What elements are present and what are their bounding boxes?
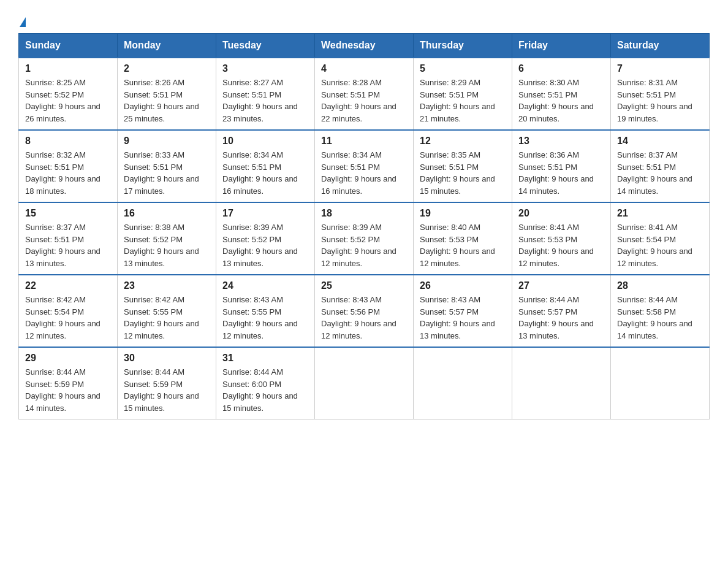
- day-info: Sunrise: 8:44 AMSunset: 5:59 PMDaylight:…: [25, 366, 111, 414]
- calendar-cell: [315, 347, 414, 419]
- day-number: 11: [321, 136, 407, 147]
- day-header-thursday: Thursday: [414, 34, 512, 58]
- calendar-cell: 30Sunrise: 8:44 AMSunset: 5:59 PMDayligh…: [118, 347, 216, 419]
- day-info: Sunrise: 8:43 AMSunset: 5:55 PMDaylight:…: [222, 294, 308, 342]
- day-info: Sunrise: 8:28 AMSunset: 5:51 PMDaylight:…: [321, 77, 407, 124]
- calendar-cell: [414, 347, 512, 419]
- day-info: Sunrise: 8:39 AMSunset: 5:52 PMDaylight:…: [222, 221, 308, 269]
- day-number: 24: [222, 280, 308, 291]
- day-number: 17: [222, 208, 308, 219]
- day-number: 4: [321, 63, 407, 74]
- calendar-cell: 13Sunrise: 8:36 AMSunset: 5:51 PMDayligh…: [512, 130, 611, 202]
- day-info: Sunrise: 8:42 AMSunset: 5:55 PMDaylight:…: [124, 294, 210, 342]
- day-info: Sunrise: 8:43 AMSunset: 5:56 PMDaylight:…: [321, 294, 407, 342]
- day-header-monday: Monday: [118, 34, 216, 58]
- day-number: 7: [617, 63, 703, 74]
- calendar-week-5: 29Sunrise: 8:44 AMSunset: 5:59 PMDayligh…: [19, 347, 710, 419]
- day-number: 16: [124, 208, 210, 219]
- day-header-tuesday: Tuesday: [216, 34, 315, 58]
- calendar-cell: 17Sunrise: 8:39 AMSunset: 5:52 PMDayligh…: [216, 202, 315, 275]
- day-number: 26: [420, 280, 506, 291]
- calendar-body: 1Sunrise: 8:25 AMSunset: 5:52 PMDaylight…: [19, 58, 710, 419]
- day-number: 15: [25, 208, 111, 219]
- day-info: Sunrise: 8:39 AMSunset: 5:52 PMDaylight:…: [321, 221, 407, 269]
- calendar-cell: 9Sunrise: 8:33 AMSunset: 5:51 PMDaylight…: [118, 130, 216, 202]
- day-number: 27: [518, 280, 604, 291]
- day-info: Sunrise: 8:43 AMSunset: 5:57 PMDaylight:…: [420, 294, 506, 342]
- day-number: 5: [420, 63, 506, 74]
- day-number: 10: [222, 136, 308, 147]
- day-info: Sunrise: 8:33 AMSunset: 5:51 PMDaylight:…: [124, 149, 210, 197]
- calendar-cell: 8Sunrise: 8:32 AMSunset: 5:51 PMDaylight…: [19, 130, 118, 202]
- calendar-cell: [512, 347, 611, 419]
- calendar-cell: 25Sunrise: 8:43 AMSunset: 5:56 PMDayligh…: [315, 275, 414, 347]
- calendar-week-2: 8Sunrise: 8:32 AMSunset: 5:51 PMDaylight…: [19, 130, 710, 202]
- day-info: Sunrise: 8:44 AMSunset: 5:58 PMDaylight:…: [617, 294, 703, 342]
- calendar-cell: 18Sunrise: 8:39 AMSunset: 5:52 PMDayligh…: [315, 202, 414, 275]
- day-info: Sunrise: 8:41 AMSunset: 5:53 PMDaylight:…: [518, 221, 604, 269]
- calendar-cell: 4Sunrise: 8:28 AMSunset: 5:51 PMDaylight…: [315, 58, 414, 130]
- calendar-cell: 27Sunrise: 8:44 AMSunset: 5:57 PMDayligh…: [512, 275, 611, 347]
- calendar-cell: 11Sunrise: 8:34 AMSunset: 5:51 PMDayligh…: [315, 130, 414, 202]
- day-info: Sunrise: 8:35 AMSunset: 5:51 PMDaylight:…: [420, 149, 506, 197]
- day-number: 13: [518, 136, 604, 147]
- calendar-cell: 5Sunrise: 8:29 AMSunset: 5:51 PMDaylight…: [414, 58, 512, 130]
- days-of-week-row: SundayMondayTuesdayWednesdayThursdayFrid…: [19, 34, 710, 58]
- day-info: Sunrise: 8:27 AMSunset: 5:51 PMDaylight:…: [222, 77, 308, 124]
- calendar-cell: 3Sunrise: 8:27 AMSunset: 5:51 PMDaylight…: [216, 58, 315, 130]
- day-number: 31: [222, 353, 308, 364]
- day-info: Sunrise: 8:30 AMSunset: 5:51 PMDaylight:…: [518, 77, 604, 124]
- day-number: 30: [124, 353, 210, 364]
- day-info: Sunrise: 8:44 AMSunset: 5:59 PMDaylight:…: [124, 366, 210, 414]
- day-info: Sunrise: 8:37 AMSunset: 5:51 PMDaylight:…: [617, 149, 703, 197]
- calendar-week-3: 15Sunrise: 8:37 AMSunset: 5:51 PMDayligh…: [19, 202, 710, 275]
- calendar-cell: 31Sunrise: 8:44 AMSunset: 6:00 PMDayligh…: [216, 347, 315, 419]
- day-info: Sunrise: 8:32 AMSunset: 5:51 PMDaylight:…: [25, 149, 111, 197]
- calendar-cell: 23Sunrise: 8:42 AMSunset: 5:55 PMDayligh…: [118, 275, 216, 347]
- calendar-cell: 6Sunrise: 8:30 AMSunset: 5:51 PMDaylight…: [512, 58, 611, 130]
- calendar-header: SundayMondayTuesdayWednesdayThursdayFrid…: [19, 34, 710, 58]
- day-info: Sunrise: 8:37 AMSunset: 5:51 PMDaylight:…: [25, 221, 111, 269]
- day-number: 2: [124, 63, 210, 74]
- day-number: 8: [25, 136, 111, 147]
- day-info: Sunrise: 8:25 AMSunset: 5:52 PMDaylight:…: [25, 77, 111, 124]
- calendar-cell: 16Sunrise: 8:38 AMSunset: 5:52 PMDayligh…: [118, 202, 216, 275]
- day-number: 12: [420, 136, 506, 147]
- calendar-cell: 7Sunrise: 8:31 AMSunset: 5:51 PMDaylight…: [611, 58, 710, 130]
- calendar-cell: 29Sunrise: 8:44 AMSunset: 5:59 PMDayligh…: [19, 347, 118, 419]
- calendar-week-1: 1Sunrise: 8:25 AMSunset: 5:52 PMDaylight…: [19, 58, 710, 130]
- day-header-friday: Friday: [512, 34, 611, 58]
- day-header-wednesday: Wednesday: [315, 34, 414, 58]
- day-number: 22: [25, 280, 111, 291]
- calendar-table: SundayMondayTuesdayWednesdayThursdayFrid…: [18, 33, 710, 419]
- day-info: Sunrise: 8:42 AMSunset: 5:54 PMDaylight:…: [25, 294, 111, 342]
- calendar-week-4: 22Sunrise: 8:42 AMSunset: 5:54 PMDayligh…: [19, 275, 710, 347]
- day-number: 21: [617, 208, 703, 219]
- calendar-cell: 28Sunrise: 8:44 AMSunset: 5:58 PMDayligh…: [611, 275, 710, 347]
- day-number: 9: [124, 136, 210, 147]
- logo-triangle-icon: [20, 17, 26, 27]
- calendar-cell: 22Sunrise: 8:42 AMSunset: 5:54 PMDayligh…: [19, 275, 118, 347]
- day-info: Sunrise: 8:38 AMSunset: 5:52 PMDaylight:…: [124, 221, 210, 269]
- calendar-cell: 10Sunrise: 8:34 AMSunset: 5:51 PMDayligh…: [216, 130, 315, 202]
- day-number: 3: [222, 63, 308, 74]
- day-info: Sunrise: 8:29 AMSunset: 5:51 PMDaylight:…: [420, 77, 506, 124]
- day-info: Sunrise: 8:34 AMSunset: 5:51 PMDaylight:…: [222, 149, 308, 197]
- calendar-cell: 24Sunrise: 8:43 AMSunset: 5:55 PMDayligh…: [216, 275, 315, 347]
- day-info: Sunrise: 8:40 AMSunset: 5:53 PMDaylight:…: [420, 221, 506, 269]
- day-number: 18: [321, 208, 407, 219]
- day-number: 19: [420, 208, 506, 219]
- page-header: [18, 12, 710, 27]
- day-number: 1: [25, 63, 111, 74]
- day-header-sunday: Sunday: [19, 34, 118, 58]
- day-number: 23: [124, 280, 210, 291]
- day-info: Sunrise: 8:26 AMSunset: 5:51 PMDaylight:…: [124, 77, 210, 124]
- calendar-cell: 26Sunrise: 8:43 AMSunset: 5:57 PMDayligh…: [414, 275, 512, 347]
- day-number: 28: [617, 280, 703, 291]
- day-info: Sunrise: 8:41 AMSunset: 5:54 PMDaylight:…: [617, 221, 703, 269]
- day-number: 29: [25, 353, 111, 364]
- logo: [18, 12, 26, 27]
- day-info: Sunrise: 8:44 AMSunset: 6:00 PMDaylight:…: [222, 366, 308, 414]
- day-header-saturday: Saturday: [611, 34, 710, 58]
- day-number: 20: [518, 208, 604, 219]
